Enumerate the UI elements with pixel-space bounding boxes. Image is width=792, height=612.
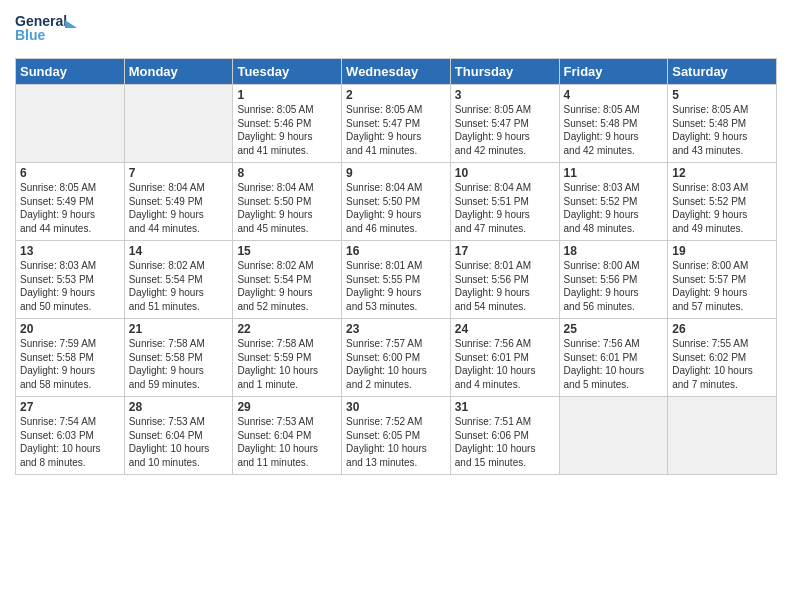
day-number: 29 [237,400,337,414]
day-number: 30 [346,400,446,414]
day-number: 13 [20,244,120,258]
day-info: Sunrise: 7:53 AM Sunset: 6:04 PM Dayligh… [237,415,337,469]
day-number: 26 [672,322,772,336]
calendar-cell: 9Sunrise: 8:04 AM Sunset: 5:50 PM Daylig… [342,163,451,241]
day-info: Sunrise: 8:04 AM Sunset: 5:49 PM Dayligh… [129,181,229,235]
day-number: 6 [20,166,120,180]
day-info: Sunrise: 8:04 AM Sunset: 5:51 PM Dayligh… [455,181,555,235]
day-info: Sunrise: 8:04 AM Sunset: 5:50 PM Dayligh… [237,181,337,235]
day-number: 24 [455,322,555,336]
col-header-sunday: Sunday [16,59,125,85]
day-info: Sunrise: 8:04 AM Sunset: 5:50 PM Dayligh… [346,181,446,235]
day-info: Sunrise: 8:05 AM Sunset: 5:47 PM Dayligh… [455,103,555,157]
day-number: 9 [346,166,446,180]
day-number: 5 [672,88,772,102]
day-info: Sunrise: 7:59 AM Sunset: 5:58 PM Dayligh… [20,337,120,391]
day-info: Sunrise: 8:05 AM Sunset: 5:46 PM Dayligh… [237,103,337,157]
calendar-cell: 18Sunrise: 8:00 AM Sunset: 5:56 PM Dayli… [559,241,668,319]
day-number: 3 [455,88,555,102]
day-info: Sunrise: 8:05 AM Sunset: 5:48 PM Dayligh… [672,103,772,157]
page-header: GeneralBlue [15,10,777,50]
day-info: Sunrise: 8:01 AM Sunset: 5:55 PM Dayligh… [346,259,446,313]
day-info: Sunrise: 7:58 AM Sunset: 5:58 PM Dayligh… [129,337,229,391]
calendar-cell: 23Sunrise: 7:57 AM Sunset: 6:00 PM Dayli… [342,319,451,397]
day-number: 10 [455,166,555,180]
day-info: Sunrise: 7:52 AM Sunset: 6:05 PM Dayligh… [346,415,446,469]
day-number: 19 [672,244,772,258]
day-number: 18 [564,244,664,258]
day-info: Sunrise: 7:53 AM Sunset: 6:04 PM Dayligh… [129,415,229,469]
calendar-cell: 13Sunrise: 8:03 AM Sunset: 5:53 PM Dayli… [16,241,125,319]
day-info: Sunrise: 8:05 AM Sunset: 5:47 PM Dayligh… [346,103,446,157]
day-number: 27 [20,400,120,414]
day-number: 17 [455,244,555,258]
calendar-cell: 29Sunrise: 7:53 AM Sunset: 6:04 PM Dayli… [233,397,342,475]
calendar-cell: 27Sunrise: 7:54 AM Sunset: 6:03 PM Dayli… [16,397,125,475]
day-info: Sunrise: 7:58 AM Sunset: 5:59 PM Dayligh… [237,337,337,391]
calendar-cell: 25Sunrise: 7:56 AM Sunset: 6:01 PM Dayli… [559,319,668,397]
calendar-cell: 1Sunrise: 8:05 AM Sunset: 5:46 PM Daylig… [233,85,342,163]
header-row: SundayMondayTuesdayWednesdayThursdayFrid… [16,59,777,85]
day-number: 28 [129,400,229,414]
calendar-cell: 31Sunrise: 7:51 AM Sunset: 6:06 PM Dayli… [450,397,559,475]
calendar-cell [559,397,668,475]
calendar-cell [124,85,233,163]
calendar-cell: 16Sunrise: 8:01 AM Sunset: 5:55 PM Dayli… [342,241,451,319]
day-number: 4 [564,88,664,102]
day-number: 16 [346,244,446,258]
day-info: Sunrise: 8:05 AM Sunset: 5:49 PM Dayligh… [20,181,120,235]
calendar-cell: 15Sunrise: 8:02 AM Sunset: 5:54 PM Dayli… [233,241,342,319]
day-info: Sunrise: 7:55 AM Sunset: 6:02 PM Dayligh… [672,337,772,391]
calendar-cell: 21Sunrise: 7:58 AM Sunset: 5:58 PM Dayli… [124,319,233,397]
calendar-cell: 6Sunrise: 8:05 AM Sunset: 5:49 PM Daylig… [16,163,125,241]
calendar-cell: 20Sunrise: 7:59 AM Sunset: 5:58 PM Dayli… [16,319,125,397]
logo-svg: GeneralBlue [15,10,85,50]
calendar-cell: 19Sunrise: 8:00 AM Sunset: 5:57 PM Dayli… [668,241,777,319]
day-info: Sunrise: 7:56 AM Sunset: 6:01 PM Dayligh… [455,337,555,391]
day-info: Sunrise: 7:51 AM Sunset: 6:06 PM Dayligh… [455,415,555,469]
calendar-cell: 11Sunrise: 8:03 AM Sunset: 5:52 PM Dayli… [559,163,668,241]
week-row-4: 20Sunrise: 7:59 AM Sunset: 5:58 PM Dayli… [16,319,777,397]
calendar-cell: 5Sunrise: 8:05 AM Sunset: 5:48 PM Daylig… [668,85,777,163]
svg-text:Blue: Blue [15,27,46,43]
calendar-cell: 2Sunrise: 8:05 AM Sunset: 5:47 PM Daylig… [342,85,451,163]
day-number: 20 [20,322,120,336]
week-row-1: 1Sunrise: 8:05 AM Sunset: 5:46 PM Daylig… [16,85,777,163]
calendar-table: SundayMondayTuesdayWednesdayThursdayFrid… [15,58,777,475]
day-info: Sunrise: 8:05 AM Sunset: 5:48 PM Dayligh… [564,103,664,157]
calendar-cell: 14Sunrise: 8:02 AM Sunset: 5:54 PM Dayli… [124,241,233,319]
day-info: Sunrise: 7:57 AM Sunset: 6:00 PM Dayligh… [346,337,446,391]
calendar-cell [668,397,777,475]
logo: GeneralBlue [15,10,85,50]
day-number: 11 [564,166,664,180]
day-info: Sunrise: 8:03 AM Sunset: 5:53 PM Dayligh… [20,259,120,313]
day-number: 31 [455,400,555,414]
day-info: Sunrise: 8:03 AM Sunset: 5:52 PM Dayligh… [564,181,664,235]
col-header-thursday: Thursday [450,59,559,85]
calendar-cell: 28Sunrise: 7:53 AM Sunset: 6:04 PM Dayli… [124,397,233,475]
col-header-friday: Friday [559,59,668,85]
calendar-cell: 8Sunrise: 8:04 AM Sunset: 5:50 PM Daylig… [233,163,342,241]
day-number: 2 [346,88,446,102]
day-number: 8 [237,166,337,180]
calendar-cell: 24Sunrise: 7:56 AM Sunset: 6:01 PM Dayli… [450,319,559,397]
calendar-cell: 7Sunrise: 8:04 AM Sunset: 5:49 PM Daylig… [124,163,233,241]
calendar-cell: 30Sunrise: 7:52 AM Sunset: 6:05 PM Dayli… [342,397,451,475]
day-info: Sunrise: 8:01 AM Sunset: 5:56 PM Dayligh… [455,259,555,313]
day-number: 14 [129,244,229,258]
calendar-cell: 17Sunrise: 8:01 AM Sunset: 5:56 PM Dayli… [450,241,559,319]
col-header-tuesday: Tuesday [233,59,342,85]
col-header-saturday: Saturday [668,59,777,85]
calendar-cell: 4Sunrise: 8:05 AM Sunset: 5:48 PM Daylig… [559,85,668,163]
col-header-monday: Monday [124,59,233,85]
week-row-5: 27Sunrise: 7:54 AM Sunset: 6:03 PM Dayli… [16,397,777,475]
week-row-2: 6Sunrise: 8:05 AM Sunset: 5:49 PM Daylig… [16,163,777,241]
day-number: 7 [129,166,229,180]
day-info: Sunrise: 8:02 AM Sunset: 5:54 PM Dayligh… [129,259,229,313]
col-header-wednesday: Wednesday [342,59,451,85]
calendar-cell: 10Sunrise: 8:04 AM Sunset: 5:51 PM Dayli… [450,163,559,241]
day-info: Sunrise: 8:00 AM Sunset: 5:57 PM Dayligh… [672,259,772,313]
day-number: 12 [672,166,772,180]
day-info: Sunrise: 7:56 AM Sunset: 6:01 PM Dayligh… [564,337,664,391]
calendar-cell: 3Sunrise: 8:05 AM Sunset: 5:47 PM Daylig… [450,85,559,163]
